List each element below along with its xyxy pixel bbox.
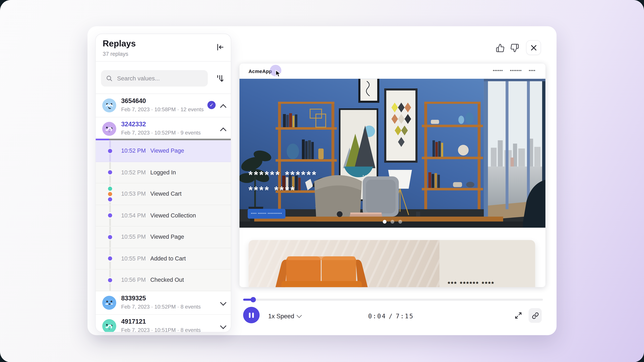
event-timeline: 10:52 PM Viewed Page 10:52 PM Logged In — [96, 140, 231, 291]
search-input[interactable] — [116, 75, 203, 82]
event-dot — [108, 186, 112, 191]
event-row[interactable]: 10:53 PM Viewed Cart — [96, 183, 231, 205]
event-dot — [108, 256, 112, 260]
window-city-view — [484, 79, 546, 228]
progress-thumb[interactable] — [250, 297, 256, 302]
session-group-expanded: 3242332 Feb 7, 2023 · 10:52PM · 9 events… — [96, 117, 231, 291]
session-row[interactable]: 3654640 Feb 7, 2023 · 10:58PM · 12 event… — [96, 93, 231, 117]
recorded-content-section: *** ****** **** — [240, 228, 546, 287]
fullscreen-button[interactable] — [512, 309, 524, 322]
recorded-hero-section: ****** ********** **** **** ****** *****… — [240, 79, 546, 228]
nav-item-masked: **** — [529, 69, 536, 73]
recorded-site-logo: AcmeApp — [248, 68, 272, 74]
masked-headline: ****** ********** **** — [248, 167, 318, 198]
event-time: 10:54 PM — [121, 212, 146, 218]
time-current: 0:04 — [368, 313, 386, 320]
search-icon — [106, 75, 112, 82]
playback-time: 0:04/7:15 — [330, 313, 453, 320]
event-time: 10:52 PM — [121, 147, 146, 154]
line-art-frame — [360, 79, 378, 102]
time-total: 7:15 — [396, 313, 414, 320]
nav-item-masked: ******* — [510, 69, 522, 73]
sidebar-header: Replays 37 replays — [96, 34, 231, 61]
session-id: 3242332 — [121, 121, 146, 128]
playback-progress-bar[interactable] — [243, 299, 543, 301]
event-label: Checked Out — [150, 277, 184, 283]
chevron-down-icon[interactable] — [220, 299, 226, 306]
session-avatar — [102, 99, 116, 112]
event-label: Added to Cart — [150, 255, 186, 261]
session-row[interactable]: 8339325 Feb 7, 2023 · 10:52PM · 8 events — [96, 291, 231, 314]
masked-headline-line1: ****** ****** — [248, 169, 318, 181]
collapse-left-icon — [216, 43, 225, 52]
close-button[interactable] — [526, 40, 541, 55]
event-label: Viewed Page — [150, 233, 184, 240]
event-dot — [108, 278, 112, 282]
session-id: 4917121 — [121, 318, 146, 325]
event-dot-stack — [108, 186, 112, 201]
event-dot — [108, 192, 112, 196]
sofa-photo — [248, 240, 440, 287]
event-row[interactable]: 10:55 PM Added to Cart — [96, 248, 231, 270]
event-time: 10:52 PM — [121, 169, 146, 176]
event-label: Viewed Collection — [150, 212, 196, 218]
event-row-selected[interactable]: 10:52 PM Viewed Page — [96, 140, 231, 162]
thumbs-down-button[interactable] — [508, 41, 521, 54]
session-watch-bar-fill — [96, 139, 109, 140]
speed-dropdown[interactable]: 1x Speed — [268, 312, 301, 320]
event-dot — [108, 170, 112, 174]
event-dot — [108, 213, 112, 217]
cursor-icon — [275, 70, 282, 79]
event-time: 10:55 PM — [121, 255, 146, 261]
event-row[interactable]: 10:56 PM Checked Out — [96, 270, 231, 291]
collapse-sidebar-button[interactable] — [215, 43, 225, 53]
masked-product-text: *** ****** **** — [448, 280, 494, 287]
session-meta: Feb 7, 2023 · 10:52PM · 9 events — [121, 130, 200, 136]
thumbs-up-button[interactable] — [494, 41, 507, 54]
carousel-dot — [390, 220, 394, 224]
event-row[interactable]: 10:55 PM Viewed Page — [96, 226, 231, 248]
event-time: 10:56 PM — [121, 277, 146, 283]
replays-sidebar: Replays 37 replays — [95, 34, 231, 332]
session-row-selected[interactable]: 3242332 Feb 7, 2023 · 10:52PM · 9 events — [96, 117, 231, 139]
replay-viewport: AcmeApp ****** ******* **** — [240, 64, 546, 287]
chevron-up-icon[interactable] — [220, 104, 226, 110]
replays-count: 37 replays — [103, 51, 128, 57]
page-title: Replays — [103, 38, 136, 48]
session-row[interactable]: 4917121 Feb 7, 2023 · 10:51PM · 8 events — [96, 314, 231, 332]
product-card-text-panel: *** ****** **** — [440, 240, 535, 287]
link-icon — [532, 312, 539, 319]
sidebar-search-row — [96, 61, 231, 93]
event-dot — [108, 149, 112, 153]
close-icon — [530, 44, 537, 51]
session-id: 8339325 — [121, 294, 146, 302]
recorded-site-header: AcmeApp ****** ******* **** — [240, 64, 546, 79]
nav-item-masked: ****** — [493, 69, 503, 73]
masked-cta-button: **** ****** ********** — [248, 209, 286, 219]
search-box[interactable] — [101, 70, 208, 87]
pause-button[interactable] — [243, 307, 260, 323]
session-id: 3654640 — [121, 97, 146, 105]
chevron-down-icon[interactable] — [220, 323, 226, 329]
carousel-dots — [240, 220, 546, 224]
chevron-up-icon[interactable] — [220, 128, 226, 134]
pause-icon — [249, 312, 250, 318]
event-row[interactable]: 10:54 PM Viewed Collection — [96, 205, 231, 226]
event-label: Viewed Page — [150, 147, 184, 154]
carousel-dot-active — [383, 220, 386, 224]
sessions-list: 3654640 Feb 7, 2023 · 10:58PM · 12 event… — [96, 93, 231, 332]
event-time: 10:55 PM — [121, 233, 146, 240]
office-room-photo — [240, 79, 546, 228]
session-meta: Feb 7, 2023 · 10:58PM · 12 events — [121, 106, 204, 112]
watched-check-badge: ✓ — [208, 101, 216, 109]
session-avatar — [102, 296, 116, 310]
recorded-site-nav: ****** ******* **** — [493, 69, 536, 73]
sort-button[interactable] — [215, 73, 226, 84]
event-row[interactable]: 10:52 PM Logged In — [96, 162, 231, 183]
diamond-poster — [385, 89, 416, 162]
carousel-dot — [398, 220, 402, 224]
session-replay-app: AcmeApp ****** ******* **** — [0, 0, 644, 362]
speed-label: 1x Speed — [268, 312, 294, 320]
sort-descending-icon — [216, 74, 225, 83]
copy-link-button[interactable] — [528, 308, 542, 323]
